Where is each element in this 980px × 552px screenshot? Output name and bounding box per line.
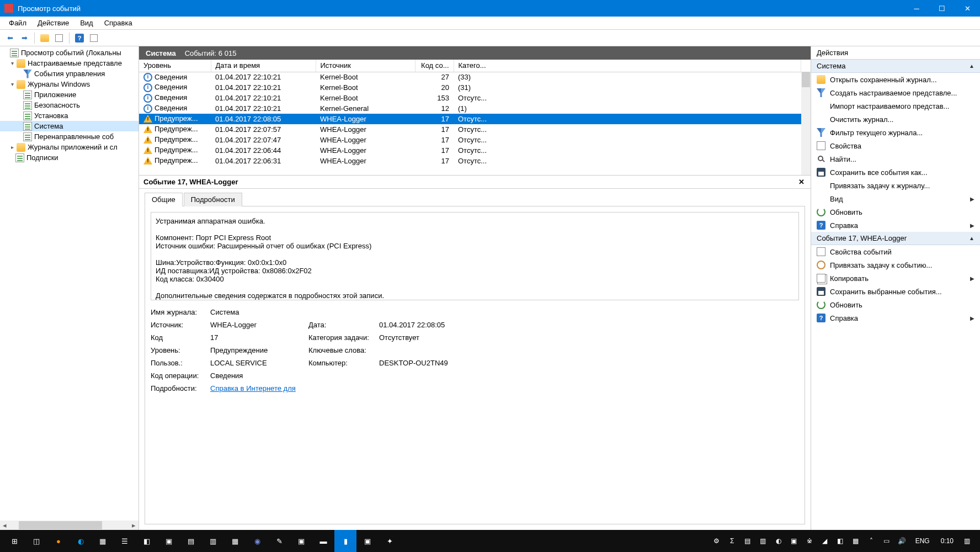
menu-action[interactable]: Действие	[33, 17, 73, 29]
tray-icon[interactable]: Σ	[726, 534, 739, 548]
action-item[interactable]: Очистить журнал...	[811, 113, 980, 126]
col-code[interactable]: Код со...	[415, 60, 454, 72]
taskbar-app[interactable]: ▦	[224, 530, 246, 552]
action-item[interactable]: Свойства	[811, 139, 980, 152]
tray-icon[interactable]: ▣	[787, 534, 801, 548]
taskbar-app[interactable]: ✦	[379, 530, 401, 552]
event-row[interactable]: Сведения01.04.2017 22:10:21Kernel-Boot15…	[139, 93, 801, 103]
collapse-icon[interactable]: ▾	[8, 60, 17, 66]
tree-security[interactable]: Безопасность	[0, 100, 139, 110]
event-row[interactable]: Предупреж...01.04.2017 22:07:47WHEA-Logg…	[139, 135, 801, 145]
tree-admin-events[interactable]: События управления	[0, 68, 139, 79]
taskbar-app[interactable]: ✎	[268, 530, 290, 552]
event-row[interactable]: Предупреж...01.04.2017 22:06:31WHEA-Logg…	[139, 156, 801, 166]
action-item[interactable]: Сохранить выбранные события...	[811, 285, 980, 298]
taskbar-app[interactable]: ▥	[202, 530, 224, 552]
menu-file[interactable]: Файл	[4, 17, 31, 29]
toolbar-btn-4[interactable]	[87, 31, 100, 45]
forward-button[interactable]: ➡	[18, 31, 31, 45]
toolbar-btn-2[interactable]	[52, 31, 66, 45]
tree-scrollbar-h[interactable]: ◂ ▸	[0, 521, 139, 530]
scrollbar-thumb[interactable]	[19, 521, 102, 529]
back-button[interactable]: ⬅	[3, 31, 17, 45]
tree-windows-logs[interactable]: ▾ Журналы Windows	[0, 79, 139, 89]
maximize-button[interactable]: ☐	[929, 0, 955, 17]
tree-setup[interactable]: Установка	[0, 110, 139, 121]
tray-network-icon[interactable]: ▭	[880, 534, 893, 548]
tray-icon[interactable]: ▥	[757, 534, 770, 548]
action-item[interactable]: Импорт настраиваемого представ...	[811, 99, 980, 113]
col-level[interactable]: Уровень	[139, 60, 211, 72]
action-item[interactable]: Привязать задачу к событию...	[811, 258, 980, 272]
tray-notifications-icon[interactable]: ▥	[960, 534, 973, 548]
taskbar-app[interactable]: ☰	[114, 530, 136, 552]
tree-forwarded[interactable]: Перенаправленные соб	[0, 131, 139, 142]
toolbar-btn-1[interactable]	[38, 31, 51, 45]
taskbar-eventviewer[interactable]: ▮	[334, 530, 356, 552]
section-collapse-icon[interactable]: ▲	[969, 235, 974, 241]
col-datetime[interactable]: Дата и время	[211, 60, 316, 72]
scrollbar-thumb[interactable]	[802, 72, 810, 87]
tree-application[interactable]: Приложение	[0, 89, 139, 100]
minimize-button[interactable]: ─	[904, 0, 929, 17]
tree-app-services[interactable]: ▸ Журналы приложений и сл	[0, 142, 139, 152]
menu-view[interactable]: Вид	[76, 17, 98, 29]
tray-chevron-up-icon[interactable]: ˄	[865, 534, 878, 548]
tray-volume-icon[interactable]: 🔊	[896, 534, 909, 548]
action-item[interactable]: Обновить	[811, 298, 980, 311]
taskbar-app[interactable]: ◉	[246, 530, 268, 552]
tree-custom-views[interactable]: ▾ Настраиваемые представле	[0, 58, 139, 68]
event-row[interactable]: Предупреж...01.04.2017 22:08:05WHEA-Logg…	[139, 114, 801, 124]
close-button[interactable]: ✕	[955, 0, 980, 17]
taskbar-app[interactable]: ▬	[312, 530, 334, 552]
taskbar-app[interactable]: ◐	[70, 530, 92, 552]
taskbar-app[interactable]: ▣	[290, 530, 312, 552]
tab-general[interactable]: Общие	[145, 193, 183, 206]
taskbar-app[interactable]: ◧	[136, 530, 158, 552]
tray-icon[interactable]: ▤	[741, 534, 754, 548]
tray-icon[interactable]: ※	[803, 534, 816, 548]
event-row[interactable]: Предупреж...01.04.2017 22:07:57WHEA-Logg…	[139, 124, 801, 135]
menu-help[interactable]: Справка	[100, 17, 137, 29]
event-row[interactable]: Сведения01.04.2017 22:10:21Kernel-Genera…	[139, 103, 801, 114]
collapse-icon[interactable]: ▾	[8, 81, 17, 87]
tray-icon[interactable]: ◧	[834, 534, 847, 548]
detail-close-button[interactable]: ✕	[796, 177, 806, 187]
taskbar-app[interactable]: ●	[47, 530, 70, 552]
taskbar-app[interactable]: ▤	[180, 530, 202, 552]
action-item[interactable]: ?Справка▶	[811, 311, 980, 325]
col-category[interactable]: Катего...	[454, 60, 801, 72]
action-item[interactable]: Фильтр текущего журнала...	[811, 126, 980, 139]
taskbar-app[interactable]: ▦	[92, 530, 114, 552]
action-item[interactable]: Свойства событий	[811, 245, 980, 258]
action-item[interactable]: Найти...	[811, 152, 980, 166]
taskview-button[interactable]: ◫	[25, 530, 47, 552]
tab-details[interactable]: Подробности	[184, 193, 242, 206]
event-row[interactable]: Предупреж...01.04.2017 22:06:44WHEA-Logg…	[139, 145, 801, 156]
online-help-link[interactable]: Справка в Интернете для	[210, 384, 296, 392]
action-item[interactable]: Вид▶	[811, 192, 980, 205]
action-item[interactable]: Обновить	[811, 205, 980, 219]
tree-subscriptions[interactable]: Подписки	[0, 152, 139, 163]
taskbar-app[interactable]: ▣	[158, 530, 180, 552]
tray-icon[interactable]: ⚙	[710, 534, 723, 548]
action-item[interactable]: Открыть сохраненный журнал...	[811, 73, 980, 86]
action-item[interactable]: Копировать▶	[811, 272, 980, 285]
toolbar-btn-3[interactable]: ?	[73, 31, 86, 45]
section-collapse-icon[interactable]: ▲	[969, 63, 974, 69]
action-item[interactable]: Создать настраиваемое представле...	[811, 86, 980, 99]
taskbar-app[interactable]: ▣	[356, 530, 379, 552]
start-button[interactable]: ⊞	[3, 530, 25, 552]
tree-system[interactable]: Система	[0, 121, 139, 131]
action-item[interactable]: Привязать задачу к журналу...	[811, 179, 980, 192]
tree-root[interactable]: Просмотр событий (Локальны	[0, 47, 139, 58]
event-row[interactable]: Сведения01.04.2017 22:10:21Kernel-Boot20…	[139, 82, 801, 93]
tray-icon[interactable]: ◐	[772, 534, 785, 548]
event-scrollbar-v[interactable]	[801, 72, 811, 175]
expand-icon[interactable]: ▸	[8, 144, 17, 150]
tray-clock[interactable]: 0:10	[936, 537, 958, 545]
tray-icon[interactable]: ◢	[818, 534, 832, 548]
col-source[interactable]: Источник	[316, 60, 415, 72]
action-item[interactable]: Сохранить все события как...	[811, 166, 980, 179]
tray-lang[interactable]: ENG	[911, 537, 934, 545]
